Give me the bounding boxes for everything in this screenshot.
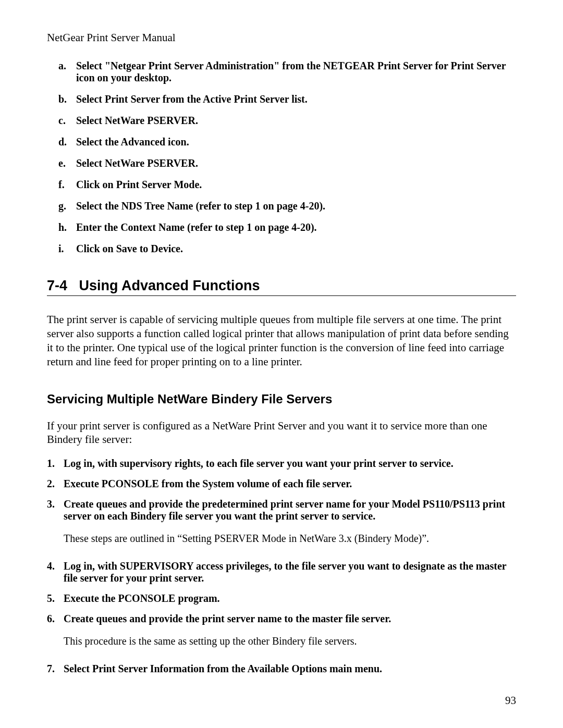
list-marker: a. [58, 60, 76, 84]
list-text: Execute PCONSOLE from the System volume … [64, 478, 516, 490]
alpha-step-e: e.Select NetWare PSERVER. [58, 157, 516, 169]
alpha-step-i: i.Click on Save to Device. [58, 243, 516, 255]
num-step-1: 1.Log in, with supervisory rights, to ea… [47, 458, 516, 470]
list-marker: i. [58, 243, 76, 255]
num-step-7: 7.Select Print Server Information from t… [47, 663, 516, 675]
list-text: Click on Save to Device. [76, 243, 183, 255]
num-step-4: 4.Log in, with SUPERVISORY access privil… [47, 560, 516, 584]
numbered-steps-list: 1.Log in, with supervisory rights, to ea… [47, 458, 516, 675]
section-number: 7-4 [47, 278, 75, 294]
list-marker: g. [58, 200, 76, 212]
section-heading: 7-4 Using Advanced Functions [47, 278, 516, 296]
num-step-5: 5.Execute the PCONSOLE program. [47, 593, 516, 604]
num-step-2: 2.Execute PCONSOLE from the System volum… [47, 478, 516, 490]
alpha-steps-list: a.Select "Netgear Print Server Administr… [47, 60, 516, 255]
list-marker: d. [58, 136, 76, 148]
list-text: Create queues and provide the print serv… [64, 613, 516, 625]
alpha-step-d: d.Select the Advanced icon. [58, 136, 516, 148]
list-text: Select NetWare PSERVER. [76, 115, 198, 127]
alpha-step-h: h.Enter the Context Name (refer to step … [58, 221, 516, 233]
list-text: Select the NDS Tree Name (refer to step … [76, 200, 325, 212]
alpha-step-f: f.Click on Print Server Mode. [58, 179, 516, 191]
page: NetGear Print Server Manual a.Select "Ne… [0, 0, 563, 728]
list-marker: c. [58, 115, 76, 127]
list-marker: 6. [47, 613, 64, 625]
subsection-heading: Servicing Multiple NetWare Bindery File … [47, 392, 516, 406]
list-note: This procedure is the same as setting up… [64, 635, 516, 647]
list-marker: 3. [47, 498, 64, 522]
list-note: These steps are outlined in “Setting PSE… [64, 533, 516, 545]
num-step-3: 3. Create queues and provide the predete… [47, 498, 516, 552]
list-text: Select "Netgear Print Server Administrat… [76, 60, 516, 84]
list-text: Log in, with SUPERVISORY access privileg… [64, 560, 516, 584]
alpha-step-a: a.Select "Netgear Print Server Administr… [58, 60, 516, 84]
list-marker: e. [58, 157, 76, 169]
list-text: Execute the PCONSOLE program. [64, 593, 516, 604]
list-text: Select Print Server from the Active Prin… [76, 93, 308, 105]
section-paragraph: The print server is capable of servicing… [47, 313, 516, 369]
page-number: 93 [505, 694, 516, 707]
list-text: Log in, with supervisory rights, to each… [64, 458, 516, 470]
list-text: Click on Print Server Mode. [76, 179, 202, 191]
num-step-6: 6. Create queues and provide the print s… [47, 613, 516, 655]
list-text: Select Print Server Information from the… [64, 663, 516, 675]
list-marker: 2. [47, 478, 64, 490]
list-marker: 4. [47, 560, 64, 584]
running-header: NetGear Print Server Manual [47, 31, 516, 44]
list-text: Create queues and provide the predetermi… [64, 498, 516, 522]
alpha-step-g: g.Select the NDS Tree Name (refer to ste… [58, 200, 516, 212]
list-marker: 5. [47, 593, 64, 604]
list-text: Select the Advanced icon. [76, 136, 189, 148]
list-marker: 7. [47, 663, 64, 675]
alpha-step-b: b.Select Print Server from the Active Pr… [58, 93, 516, 105]
list-marker: h. [58, 221, 76, 233]
alpha-step-c: c.Select NetWare PSERVER. [58, 115, 516, 127]
list-text: Enter the Context Name (refer to step 1 … [76, 221, 317, 233]
list-marker: f. [58, 179, 76, 191]
subsection-paragraph: If your print server is configured as a … [47, 419, 516, 447]
list-marker: 1. [47, 458, 64, 470]
list-text: Select NetWare PSERVER. [76, 157, 198, 169]
section-title: Using Advanced Functions [79, 278, 260, 293]
list-marker: b. [58, 93, 76, 105]
